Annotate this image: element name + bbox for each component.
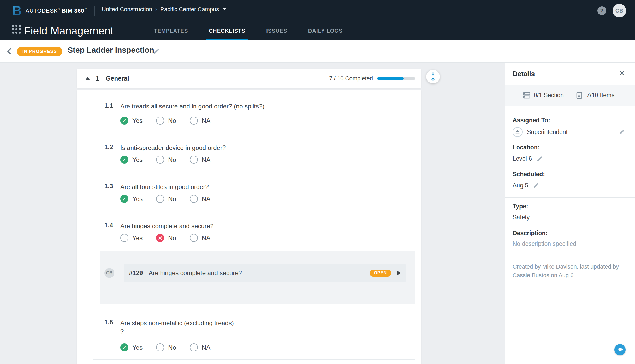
type-label: Type: bbox=[513, 203, 528, 210]
assigned-to-label: Assigned To: bbox=[513, 117, 550, 124]
option-yes[interactable]: Yes bbox=[120, 234, 143, 242]
radio-no[interactable] bbox=[156, 343, 164, 351]
page-title: Step Ladder Inspection bbox=[68, 46, 154, 54]
radio-yes[interactable] bbox=[120, 156, 128, 164]
assigned-to-value: Superintendent bbox=[527, 129, 568, 136]
option-na[interactable]: NA bbox=[190, 234, 210, 242]
details-divider bbox=[505, 197, 635, 198]
back-button[interactable] bbox=[5, 47, 14, 56]
issue-expand-arrow-icon[interactable] bbox=[397, 271, 401, 275]
item-number: 1.2 bbox=[104, 143, 113, 151]
section-header-card: 1 General 7 / 10 Completed bbox=[77, 69, 421, 88]
option-na[interactable]: NA bbox=[190, 117, 210, 125]
edit-location-pencil-icon[interactable] bbox=[537, 156, 543, 162]
counts-strip: 0/1 Section 7/10 Items bbox=[505, 85, 635, 106]
radio-no[interactable] bbox=[156, 156, 164, 164]
tab-templates[interactable]: TEMPLATES bbox=[154, 21, 188, 40]
location-label: Location: bbox=[513, 144, 540, 151]
collapse-all-button[interactable] bbox=[426, 70, 440, 83]
item-number: 1.4 bbox=[104, 222, 113, 229]
location-row: Level 6 bbox=[513, 155, 543, 162]
item-question: Is anti-spreader device in good order? bbox=[120, 143, 226, 152]
option-no[interactable]: No bbox=[156, 195, 176, 203]
progress-bar bbox=[377, 77, 415, 80]
issue-title: Are hinges complete and secure? bbox=[149, 269, 242, 277]
navbar-right: ? CB bbox=[597, 0, 635, 21]
breadcrumb[interactable]: United Construction › Pacific Center Cam… bbox=[102, 6, 227, 15]
linked-issue-panel: CB #129 Are hinges complete and secure? … bbox=[100, 251, 415, 304]
option-no[interactable]: No bbox=[156, 343, 176, 351]
issue-avatar: CB bbox=[104, 268, 114, 278]
radio-na[interactable] bbox=[190, 117, 198, 125]
navbar-row-brand: B AUTODESK® BIM 360™ United Construction… bbox=[0, 0, 635, 21]
edit-scheduled-pencil-icon[interactable] bbox=[533, 183, 539, 189]
option-yes[interactable]: Yes bbox=[120, 195, 143, 203]
radio-yes[interactable] bbox=[120, 195, 128, 203]
radio-no[interactable] bbox=[156, 117, 164, 125]
edit-title-pencil-icon[interactable] bbox=[153, 48, 160, 55]
navbar-row-app: Field Management TEMPLATES CHECKLISTS IS… bbox=[0, 21, 635, 40]
answer-options: Yes No NA bbox=[120, 195, 224, 203]
answer-options: Yes No NA bbox=[120, 156, 224, 164]
tab-checklists[interactable]: CHECKLISTS bbox=[209, 21, 245, 40]
items-count: 7/10 Items bbox=[586, 92, 614, 99]
answer-options: Yes No NA bbox=[120, 117, 224, 125]
breadcrumb-project[interactable]: United Construction bbox=[102, 6, 152, 13]
breadcrumb-separator: › bbox=[155, 6, 157, 13]
option-yes[interactable]: Yes bbox=[120, 343, 143, 351]
progress-fill bbox=[377, 77, 404, 80]
bim360-logo-icon: B bbox=[12, 4, 22, 17]
app-grid-icon[interactable] bbox=[12, 25, 21, 34]
radio-no[interactable] bbox=[156, 234, 164, 242]
item-question: Are all four stiles in good order? bbox=[120, 183, 209, 191]
edit-assignee-pencil-icon[interactable] bbox=[619, 129, 625, 135]
item-number: 1.3 bbox=[104, 183, 113, 190]
scheduled-row: Aug 5 bbox=[513, 182, 539, 189]
user-avatar[interactable]: CB bbox=[613, 4, 626, 17]
item-number: 1.5 bbox=[104, 319, 113, 326]
option-no[interactable]: No bbox=[156, 156, 176, 164]
tab-daily-logs[interactable]: DAILY LOGS bbox=[308, 21, 343, 40]
breadcrumb-campus[interactable]: Pacific Center Campus bbox=[160, 6, 219, 13]
option-no[interactable]: No bbox=[156, 117, 176, 125]
option-yes[interactable]: Yes bbox=[120, 156, 143, 164]
radio-no[interactable] bbox=[156, 195, 164, 203]
radio-na[interactable] bbox=[190, 156, 198, 164]
help-button[interactable]: ? bbox=[597, 6, 606, 15]
section-name: General bbox=[106, 75, 129, 82]
collapse-section-icon[interactable] bbox=[86, 77, 90, 80]
app-title: Field Management bbox=[24, 21, 114, 40]
graduation-cap-icon bbox=[617, 347, 624, 353]
radio-yes[interactable] bbox=[120, 234, 128, 242]
option-yes[interactable]: Yes bbox=[120, 117, 143, 125]
details-divider bbox=[505, 257, 635, 257]
answer-options: Yes No NA bbox=[120, 234, 224, 242]
option-na[interactable]: NA bbox=[190, 195, 210, 203]
radio-yes[interactable] bbox=[120, 117, 128, 125]
checklist-toolbar: IN PROGRESS Step Ladder Inspection i bbox=[0, 40, 635, 63]
type-value: Safety bbox=[513, 214, 530, 221]
learning-button[interactable] bbox=[614, 344, 626, 355]
section-progress: 7 / 10 Completed bbox=[329, 75, 421, 82]
details-divider bbox=[505, 106, 635, 106]
option-no[interactable]: No bbox=[156, 234, 176, 242]
issue-row[interactable]: #129 Are hinges complete and secure? OPE… bbox=[124, 264, 406, 282]
description-value: No description specified bbox=[513, 240, 576, 247]
issue-status-badge: OPEN bbox=[370, 270, 391, 277]
chevron-down-icon bbox=[223, 8, 226, 10]
radio-na[interactable] bbox=[190, 343, 198, 351]
radio-yes[interactable] bbox=[120, 343, 128, 351]
close-icon[interactable]: ✕ bbox=[619, 70, 625, 77]
item-divider bbox=[93, 212, 415, 212]
checklist-items-card: 1.1 Are treads all secure and in good or… bbox=[77, 90, 421, 364]
tab-issues[interactable]: ISSUES bbox=[266, 21, 287, 40]
radio-na[interactable] bbox=[190, 234, 198, 242]
brand-divider bbox=[94, 6, 95, 16]
radio-na[interactable] bbox=[190, 195, 198, 203]
option-na[interactable]: NA bbox=[190, 156, 210, 164]
main-tabs: TEMPLATES CHECKLISTS ISSUES DAILY LOGS bbox=[154, 21, 343, 40]
svg-text:B: B bbox=[13, 4, 22, 17]
option-na[interactable]: NA bbox=[190, 343, 210, 351]
item-question: Are treads all secure and in good order?… bbox=[120, 102, 264, 111]
section-number: 1 bbox=[96, 75, 99, 82]
